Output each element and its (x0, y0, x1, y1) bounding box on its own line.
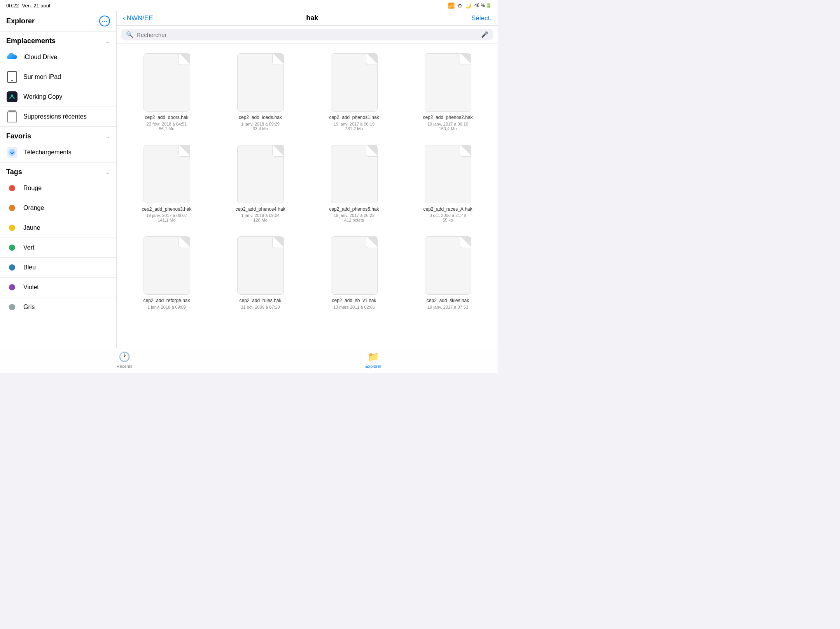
tab-bar: 🕐 Récents 📁 Explorer (0, 348, 498, 373)
file-date-2: 19 janv. 2017 à 06:19 (334, 122, 374, 126)
file-icon-5 (237, 145, 284, 203)
tags-chevron-icon[interactable]: ⌄ (105, 168, 110, 176)
emplacements-title: Emplacements (6, 37, 56, 45)
location-icon: ⊙ (458, 3, 462, 9)
file-item[interactable]: cep2_add_reforge.hak 1 janv. 2018 à 09:0… (123, 233, 210, 313)
file-name-5: cep2_add_phenos4.hak (235, 206, 285, 213)
sidebar: Explorer ··· Emplacements ⌄ (0, 11, 117, 348)
ipad-icon (6, 71, 18, 83)
bleu-tag-icon (6, 262, 18, 273)
file-name-4: cep2_add_phenos3.hak (142, 206, 191, 213)
tab-explorer[interactable]: 📁 Explorer (358, 351, 389, 369)
back-button[interactable]: ‹ NWN/EE (123, 14, 153, 22)
file-name-8: cep2_add_reforge.hak (143, 298, 190, 304)
file-icon-9 (237, 236, 284, 295)
recents-icon: 🕐 (119, 351, 130, 362)
file-date-10: 13 mars 2011 à 02:06 (333, 305, 375, 309)
file-name-1: cep2_add_loads.hak (239, 115, 282, 121)
file-item[interactable]: cep2_add_phenos2.hak 19 janv. 2017 à 06:… (404, 50, 492, 134)
sidebar-item-tag-orange[interactable]: Orange (0, 198, 116, 218)
tab-recents[interactable]: 🕐 Récents (109, 351, 140, 369)
sidebar-item-tag-violet[interactable]: Violet (0, 278, 116, 297)
favoris-title: Favoris (6, 132, 31, 140)
sidebar-more-button[interactable]: ··· (99, 16, 110, 26)
file-date-3: 19 janv. 2017 à 06:10 (427, 122, 468, 126)
rouge-tag-icon (6, 182, 18, 194)
moon-icon: 🌙 (465, 3, 471, 9)
file-date-9: 31 oct. 2009 à 07:20 (241, 305, 280, 309)
sidebar-header: Explorer ··· (0, 11, 116, 31)
file-name-6: cep2_add_phenos5.hak (329, 206, 379, 213)
search-bar-container: 🔍 🎤 (117, 26, 498, 44)
tags-list: Rouge Orange Jaune Vert Bleu V (0, 178, 116, 317)
file-icon-6 (331, 145, 378, 203)
bleu-tag-label: Bleu (23, 264, 36, 271)
microphone-icon[interactable]: 🎤 (481, 31, 488, 38)
file-name-7: cep2_add_races_A.hak (423, 206, 472, 213)
sidebar-item-tag-rouge[interactable]: Rouge (0, 178, 116, 198)
sidebar-item-tag-bleu[interactable]: Bleu (0, 258, 116, 278)
sidebar-item-trash[interactable]: Suppressions récentes (0, 107, 116, 127)
file-item[interactable]: cep2_add_rules.hak 31 oct. 2009 à 07:20 (217, 233, 304, 313)
sidebar-item-ipad[interactable]: Sur mon iPad (0, 67, 116, 87)
sidebar-item-working-copy[interactable]: Working Copy (0, 87, 116, 107)
explorer-label: Explorer (366, 364, 382, 369)
file-item[interactable]: cep2_add_phenos5.hak 19 janv. 2017 à 06:… (310, 142, 398, 226)
select-button[interactable]: Sélect. (471, 14, 492, 22)
downloads-label: Téléchargements (23, 149, 72, 156)
battery-status: 46 %🔋 (474, 3, 492, 8)
sidebar-item-tag-vert[interactable]: Vert (0, 238, 116, 258)
file-name-11: cep2_add_skies.hak (427, 298, 469, 304)
file-size-0: 56,1 Mo (159, 126, 175, 131)
file-icon-4 (144, 145, 190, 203)
file-date-0: 23 févr. 2018 à 04:51 (147, 122, 187, 126)
sidebar-item-icloud[interactable]: iCloud Drive (0, 47, 116, 67)
orange-tag-icon (6, 202, 18, 214)
jaune-tag-label: Jaune (23, 224, 40, 231)
content-area: ‹ NWN/EE hak Sélect. 🔍 🎤 cep2_add_doors.… (117, 11, 498, 348)
file-item[interactable]: cep2_add_doors.hak 23 févr. 2018 à 04:51… (123, 50, 210, 134)
jaune-tag-icon (6, 222, 18, 234)
file-icon-2 (331, 53, 378, 112)
icloud-label: iCloud Drive (23, 54, 57, 61)
explorer-icon: 📁 (368, 351, 379, 362)
trash-icon (6, 111, 18, 122)
file-item[interactable]: cep2_add_skies.hak 19 janv. 2017 à 07:53 (404, 233, 492, 313)
file-item[interactable]: cep2_add_loads.hak 1 janv. 2018 à 09:29 … (217, 50, 304, 134)
file-item[interactable]: cep2_add_phenos1.hak 19 janv. 2017 à 06:… (310, 50, 398, 134)
file-size-5: 128 Mo (253, 218, 268, 222)
sidebar-item-downloads[interactable]: Téléchargements (0, 143, 116, 162)
file-date-4: 19 janv. 2017 à 06:07 (146, 213, 187, 218)
file-date-11: 19 janv. 2017 à 07:53 (427, 305, 468, 309)
file-icon-7 (425, 145, 471, 203)
file-icon-1 (237, 53, 284, 112)
favoris-chevron-icon[interactable]: ⌄ (105, 133, 110, 140)
file-icon-3 (425, 53, 471, 112)
file-size-4: 141,1 Mo (158, 218, 176, 222)
main-layout: Explorer ··· Emplacements ⌄ (0, 11, 498, 348)
file-size-1: 33,4 Mo (253, 126, 268, 131)
file-item[interactable]: cep2_add_sb_v1.hak 13 mars 2011 à 02:06 (310, 233, 398, 313)
sidebar-item-tag-jaune[interactable]: Jaune (0, 218, 116, 238)
search-input[interactable] (136, 31, 478, 38)
file-icon-8 (144, 236, 190, 295)
file-item[interactable]: cep2_add_phenos3.hak 19 janv. 2017 à 06:… (123, 142, 210, 226)
chevron-left-icon: ‹ (123, 14, 125, 22)
file-name-9: cep2_add_rules.hak (239, 298, 281, 304)
tags-section-header: Tags ⌄ (0, 162, 116, 178)
file-item[interactable]: cep2_add_phenos4.hak 1 janv. 2018 à 09:0… (217, 142, 304, 226)
status-bar-left: 00:22 Ven. 21 août (6, 3, 51, 9)
file-date-8: 1 janv. 2018 à 09:09 (147, 305, 186, 309)
emplacements-chevron-icon[interactable]: ⌄ (105, 37, 110, 45)
file-size-7: 55 ko (443, 218, 453, 222)
sidebar-title: Explorer (6, 17, 35, 25)
date: Ven. 21 août (22, 3, 51, 9)
sidebar-item-tag-gris[interactable]: Gris (0, 297, 116, 317)
files-grid: cep2_add_doors.hak 23 févr. 2018 à 04:51… (117, 44, 498, 348)
file-item[interactable]: cep2_add_races_A.hak 3 oct. 2006 à 21:48… (404, 142, 492, 226)
gris-tag-icon (6, 301, 18, 313)
emplacements-section-header: Emplacements ⌄ (0, 31, 116, 47)
file-date-5: 1 janv. 2018 à 09:04 (241, 213, 280, 218)
folder-title: hak (306, 14, 318, 22)
working-copy-label: Working Copy (23, 93, 62, 100)
